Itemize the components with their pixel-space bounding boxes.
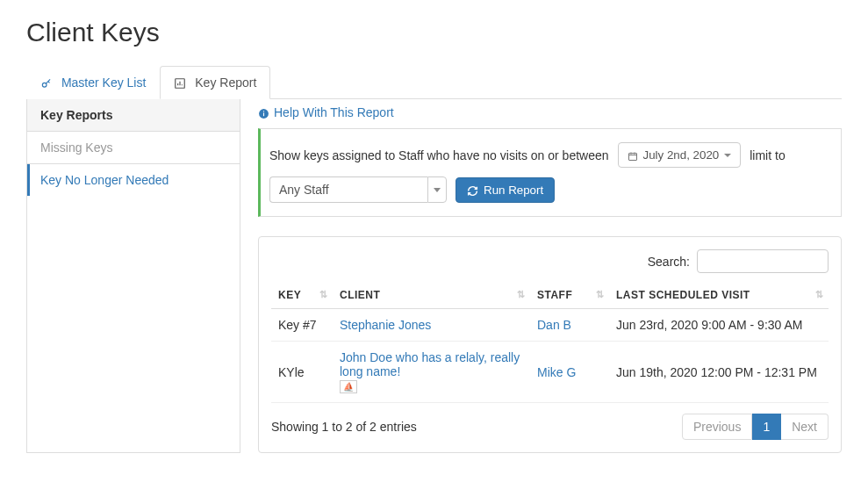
staff-link[interactable]: Dan B — [537, 318, 571, 332]
help-label: Help With This Report — [274, 105, 394, 119]
cell-visit: Jun 23rd, 2020 9:00 AM - 9:30 AM — [609, 309, 829, 342]
cell-client: Stephanie Jones — [333, 309, 530, 342]
client-link[interactable]: Stephanie Jones — [340, 318, 431, 332]
filter-prefix: Show keys assigned to Staff who have no … — [269, 148, 609, 162]
results-table: KEY⇅ CLIENT⇅ STAFF⇅ LAST SCHEDULED VISIT… — [271, 282, 829, 403]
tab-master-key-list[interactable]: Master Key List — [26, 66, 160, 99]
chevron-down-icon — [434, 188, 441, 192]
run-report-button[interactable]: Run Report — [456, 177, 555, 203]
client-link[interactable]: John Doe who has a relaly, really long n… — [340, 350, 520, 378]
staff-link[interactable]: Mike G — [537, 365, 576, 379]
col-staff[interactable]: STAFF⇅ — [530, 282, 609, 309]
cell-staff: Mike G — [530, 342, 609, 403]
cell-key: KYle — [271, 342, 333, 403]
sort-icon: ⇅ — [319, 289, 326, 300]
col-visit[interactable]: LAST SCHEDULED VISIT⇅ — [609, 282, 829, 309]
svg-rect-3 — [263, 113, 264, 117]
tab-bar: Master Key List Key Report — [26, 65, 842, 99]
search-input[interactable] — [697, 249, 829, 273]
tab-label: Master Key List — [61, 76, 146, 90]
date-picker-button[interactable]: July 2nd, 2020 — [618, 142, 742, 168]
calendar-icon — [628, 148, 638, 162]
col-client[interactable]: CLIENT⇅ — [333, 282, 530, 309]
tab-key-report[interactable]: Key Report — [160, 66, 270, 99]
date-value: July 2nd, 2020 — [643, 148, 720, 162]
help-link[interactable]: Help With This Report — [258, 105, 394, 119]
table-row: Key #7 Stephanie Jones Dan B Jun 23rd, 2… — [271, 309, 829, 342]
col-key[interactable]: KEY⇅ — [271, 282, 333, 309]
sidebar-item-key-no-longer-needed[interactable]: Key No Longer Needed — [27, 164, 240, 196]
sidebar: Key Reports Missing Keys Key No Longer N… — [26, 98, 240, 453]
sidebar-header: Key Reports — [27, 99, 240, 132]
page-number-button[interactable]: 1 — [752, 414, 781, 440]
table-info: Showing 1 to 2 of 2 entries — [271, 420, 417, 434]
sidebar-item-missing-keys[interactable]: Missing Keys — [27, 132, 240, 164]
key-icon — [40, 76, 53, 90]
page-next-button[interactable]: Next — [781, 414, 829, 440]
warning-badge-icon: ⛵ — [340, 380, 357, 393]
tab-label: Key Report — [195, 76, 256, 90]
chevron-down-icon — [724, 154, 731, 157]
cell-key: Key #7 — [271, 309, 333, 342]
sort-icon: ⇅ — [517, 289, 523, 300]
search-label: Search: — [648, 255, 690, 269]
svg-rect-5 — [628, 153, 636, 160]
info-icon — [258, 105, 269, 119]
sort-icon: ⇅ — [815, 289, 821, 300]
staff-dropdown-toggle[interactable] — [427, 176, 447, 203]
pagination: Previous 1 Next — [682, 414, 829, 440]
filter-panel: Show keys assigned to Staff who have no … — [258, 128, 842, 217]
sort-icon: ⇅ — [596, 289, 602, 300]
staff-select[interactable]: Any Staff — [269, 176, 447, 203]
run-label: Run Report — [484, 184, 543, 197]
limit-label: limit to — [750, 148, 785, 162]
page-title: Client Keys — [26, 18, 842, 47]
results-panel: Search: KEY⇅ CLIENT⇅ STAFF⇅ LAST SCHEDUL… — [258, 236, 842, 453]
refresh-icon — [467, 184, 478, 197]
staff-selected-value: Any Staff — [269, 176, 427, 203]
cell-client: John Doe who has a relaly, really long n… — [333, 342, 530, 403]
page-prev-button[interactable]: Previous — [682, 414, 752, 440]
cell-staff: Dan B — [530, 309, 609, 342]
chart-icon — [174, 76, 186, 90]
table-row: KYle John Doe who has a relaly, really l… — [271, 342, 829, 403]
cell-visit: Jun 19th, 2020 12:00 PM - 12:31 PM — [609, 342, 829, 403]
svg-rect-4 — [263, 111, 264, 112]
